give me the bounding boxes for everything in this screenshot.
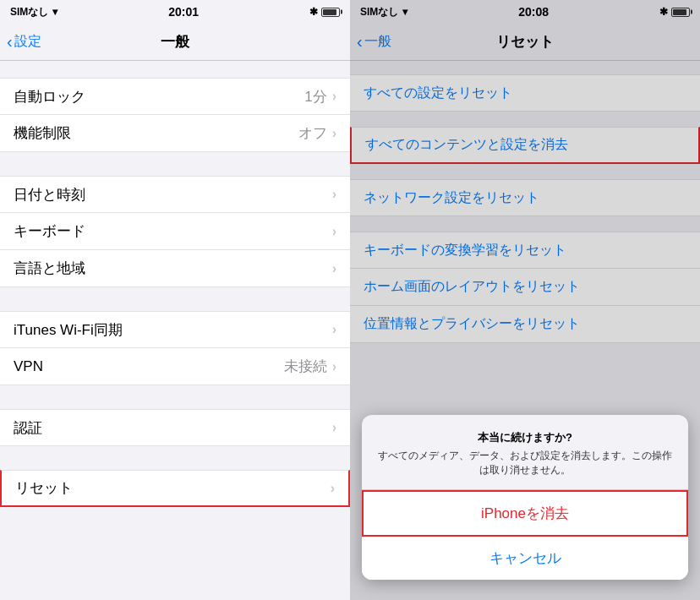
vpn-label: VPN (14, 358, 284, 375)
nav-title-left: 一般 (161, 32, 189, 52)
auth-chevron: › (332, 420, 336, 435)
section-1-left: 自動ロック 1分 › 機能制限 オフ › (0, 78, 350, 152)
datetime-label: 日付と時刻 (14, 185, 332, 205)
confirm-erase-button[interactable]: iPhoneを消去 (362, 490, 688, 537)
autolock-label: 自動ロック (14, 87, 304, 106)
dialog-box: 本当に続けますか? すべてのメディア、データ、および設定を消去します。この操作は… (362, 415, 688, 580)
section-2-left: 日付と時刻 › キーボード › 言語と地域 › (0, 176, 350, 287)
reset-label: リセット (15, 478, 331, 498)
autolock-value: 1分 (304, 87, 326, 106)
section-5-left: リセット › (0, 470, 350, 507)
datetime-chevron: › (332, 187, 336, 202)
dialog-body: すべてのメディア、データ、および設定を消去します。この操作は取り消せません。 (375, 449, 675, 477)
list-item-datetime[interactable]: 日付と時刻 › (0, 176, 350, 213)
itunes-label: iTunes Wi-Fi同期 (14, 320, 332, 340)
status-right-left: ✱ (309, 6, 340, 18)
left-panel: SIMなし ▾ 20:01 ✱ ‹ 設定 一般 自動ロック 1分 › 機能 (0, 0, 350, 600)
dialog-message: 本当に続けますか? すべてのメディア、データ、および設定を消去します。この操作は… (362, 415, 688, 489)
list-item-language[interactable]: 言語と地域 › (0, 250, 350, 287)
right-panel: SIMなし ▾ 20:08 ✱ ‹ 一般 リセット す (350, 0, 700, 600)
keyboard-chevron: › (332, 224, 336, 239)
section-3-left: iTunes Wi-Fi同期 › VPN 未接続 › (0, 311, 350, 385)
back-button-left[interactable]: ‹ 設定 (7, 32, 41, 52)
dialog-overlay: 本当に続けますか? すべてのメディア、データ、および設定を消去します。この操作は… (350, 0, 700, 600)
section-4-left: 認証 › (0, 409, 350, 446)
keyboard-label: キーボード (14, 221, 332, 241)
list-item-auth[interactable]: 認証 › (0, 409, 350, 446)
list-item-itunes[interactable]: iTunes Wi-Fi同期 › (0, 311, 350, 348)
list-item-restrictions[interactable]: 機能制限 オフ › (0, 115, 350, 152)
gap-2-left (0, 287, 350, 311)
restrictions-chevron: › (332, 126, 336, 141)
gap-3-left (0, 385, 350, 409)
language-chevron: › (332, 261, 336, 276)
wifi-icon-left: ▾ (52, 6, 57, 18)
restrictions-label: 機能制限 (14, 123, 298, 143)
settings-list-left: 自動ロック 1分 › 機能制限 オフ › 日付と時刻 › キーボード › 言語と… (0, 61, 350, 600)
bluetooth-icon-left: ✱ (309, 6, 318, 18)
status-bar-left: SIMなし ▾ 20:01 ✱ (0, 0, 350, 24)
battery-icon-left (321, 8, 340, 17)
nav-bar-left: ‹ 設定 一般 (0, 24, 350, 61)
auth-label: 認証 (14, 418, 332, 438)
restrictions-value: オフ (298, 123, 327, 143)
list-item-autolock[interactable]: 自動ロック 1分 › (0, 78, 350, 115)
language-label: 言語と地域 (14, 259, 332, 278)
back-label-left: 設定 (14, 33, 41, 51)
back-chevron-left: ‹ (7, 32, 13, 52)
carrier-left: SIMなし (10, 5, 48, 19)
gap-5-left (0, 507, 350, 531)
autolock-chevron: › (332, 89, 336, 104)
dialog-title: 本当に続けますか? (375, 430, 675, 445)
gap-1-left (0, 152, 350, 176)
time-left: 20:01 (168, 5, 199, 19)
list-item-keyboard[interactable]: キーボード › (0, 213, 350, 250)
gap-4-left (0, 446, 350, 470)
reset-chevron: › (331, 481, 335, 496)
list-item-vpn[interactable]: VPN 未接続 › (0, 348, 350, 385)
itunes-chevron: › (332, 322, 336, 337)
cancel-button[interactable]: キャンセル (362, 537, 688, 580)
list-item-reset[interactable]: リセット › (0, 470, 350, 507)
vpn-value: 未接続 (284, 357, 327, 376)
status-left: SIMなし ▾ (10, 5, 57, 19)
dialog-actions: iPhoneを消去 キャンセル (362, 489, 688, 580)
vpn-chevron: › (332, 359, 336, 374)
